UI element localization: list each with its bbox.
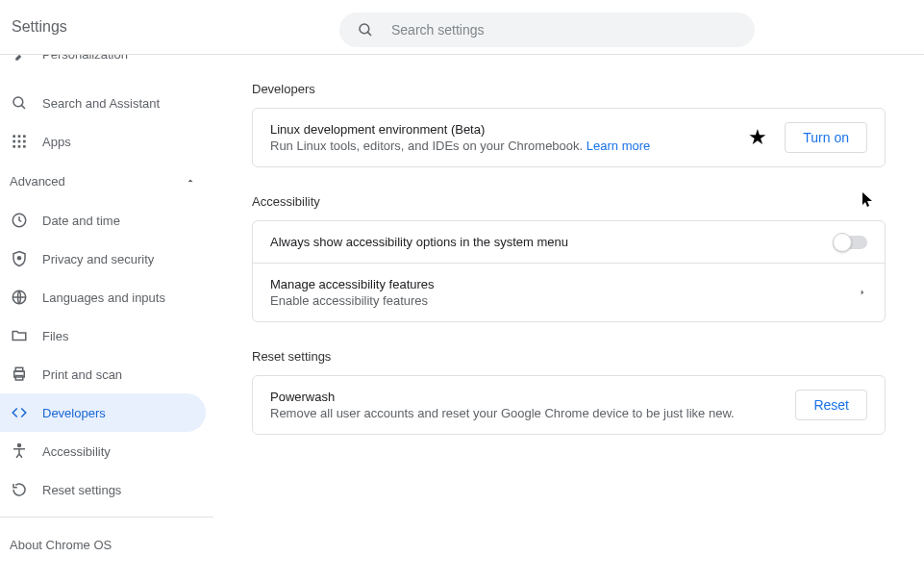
powerwash-row: Powerwash Remove all user accounts and r… (253, 376, 885, 434)
developers-card: Linux development environment (Beta) Run… (252, 108, 886, 167)
svg-rect-9 (23, 140, 26, 143)
chevron-up-icon (185, 175, 196, 187)
sidebar-item-languages[interactable]: Languages and inputs (0, 278, 213, 316)
sidebar-item-label: Date and time (42, 214, 120, 228)
linux-title: Linux development environment (Beta) (270, 122, 738, 137)
sidebar-item-date-time[interactable]: Date and time (0, 201, 213, 240)
sidebar-item-personalization[interactable]: Personalization (0, 55, 213, 66)
apps-icon (10, 132, 29, 151)
turn-on-button[interactable]: Turn on (785, 122, 867, 153)
sidebar-item-label: Apps (42, 135, 71, 149)
sidebar-item-files[interactable]: Files (0, 316, 213, 355)
search-container[interactable] (339, 13, 755, 47)
reset-icon (10, 480, 29, 499)
reset-card: Powerwash Remove all user accounts and r… (252, 375, 886, 435)
svg-line-3 (21, 105, 25, 109)
sidebar-item-label: Personalization (42, 55, 128, 62)
sidebar-item-label: About Chrome OS (10, 538, 112, 552)
manage-features-row[interactable]: Manage accessibility features Enable acc… (253, 263, 885, 321)
sidebar-item-label: Accessibility (42, 444, 111, 459)
globe-icon (10, 288, 29, 307)
code-icon (10, 403, 29, 422)
search-icon (357, 21, 374, 38)
section-title-accessibility: Accessibility (252, 194, 886, 209)
search-input[interactable] (391, 22, 737, 38)
star-icon: ★ (748, 125, 767, 150)
sidebar-item-label: Languages and inputs (42, 290, 165, 305)
app-title: Settings (12, 18, 67, 36)
svg-rect-4 (12, 135, 15, 138)
sidebar-item-privacy[interactable]: Privacy and security (0, 240, 213, 278)
linux-row: Linux development environment (Beta) Run… (253, 109, 885, 166)
section-title-reset: Reset settings (252, 349, 886, 364)
sidebar-item-label: Reset settings (42, 483, 121, 497)
sidebar-item-label: Privacy and security (42, 252, 154, 266)
manage-features-sub: Enable accessibility features (270, 293, 848, 308)
svg-rect-6 (23, 135, 26, 138)
svg-point-2 (13, 97, 23, 107)
powerwash-title: Powerwash (270, 390, 786, 404)
sidebar-item-reset[interactable]: Reset settings (0, 470, 213, 509)
svg-rect-11 (18, 145, 21, 148)
sidebar-group-advanced[interactable]: Advanced (0, 161, 213, 201)
sidebar-item-label: Developers (42, 406, 106, 420)
accessibility-icon (10, 442, 29, 461)
svg-rect-17 (15, 367, 23, 371)
sidebar-item-apps[interactable]: Apps (0, 122, 213, 161)
learn-more-link[interactable]: Learn more (587, 139, 650, 153)
manage-features-title: Manage accessibility features (270, 277, 848, 291)
always-show-toggle[interactable] (835, 236, 867, 249)
sidebar: Personalization Search and Assistant App… (0, 55, 213, 581)
shield-icon (10, 249, 29, 268)
svg-point-14 (17, 256, 22, 261)
svg-point-0 (360, 24, 369, 34)
sidebar-item-about[interactable]: About Chrome OS (0, 525, 213, 564)
clock-icon (10, 211, 29, 230)
svg-line-1 (367, 32, 371, 36)
svg-rect-12 (23, 145, 26, 148)
always-show-row[interactable]: Always show accessibility options in the… (253, 221, 885, 263)
section-title-developers: Developers (252, 82, 886, 96)
sidebar-item-print[interactable]: Print and scan (0, 355, 213, 393)
chevron-right-icon (858, 288, 867, 297)
svg-rect-8 (18, 140, 21, 143)
powerwash-sub: Remove all user accounts and reset your … (270, 406, 786, 420)
content: Developers Linux development environment… (213, 55, 924, 581)
svg-point-19 (18, 444, 21, 447)
sidebar-group-label: Advanced (10, 174, 65, 189)
folder-icon (10, 326, 29, 345)
svg-rect-7 (12, 140, 15, 143)
reset-button[interactable]: Reset (795, 390, 867, 420)
printer-icon (10, 365, 29, 384)
topbar: Settings (0, 0, 924, 55)
sidebar-item-label: Files (42, 329, 68, 343)
sidebar-item-label: Print and scan (42, 367, 122, 382)
svg-rect-10 (12, 145, 15, 148)
sidebar-item-accessibility[interactable]: Accessibility (0, 432, 213, 470)
sidebar-item-developers[interactable]: Developers (0, 393, 206, 432)
search-icon (10, 93, 29, 113)
sidebar-item-label: Search and Assistant (42, 96, 160, 111)
always-show-label: Always show accessibility options in the… (270, 235, 825, 249)
svg-rect-5 (18, 135, 21, 138)
sidebar-item-search-assistant[interactable]: Search and Assistant (0, 84, 213, 122)
linux-sub: Run Linux tools, editors, and IDEs on yo… (270, 139, 738, 153)
paint-icon (10, 55, 29, 66)
sidebar-divider (0, 517, 213, 518)
accessibility-card: Always show accessibility options in the… (252, 220, 886, 322)
